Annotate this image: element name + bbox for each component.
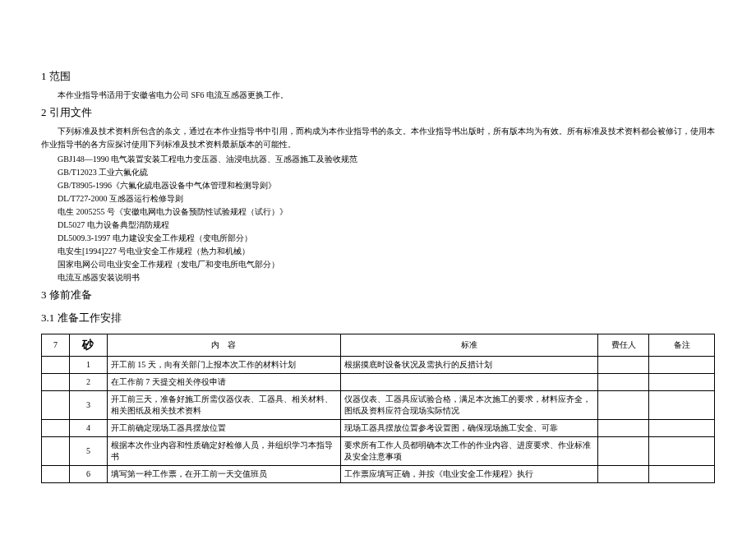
cell-no: 2 xyxy=(70,373,108,390)
cell-remark xyxy=(649,373,715,390)
reference-item: GB/T12023 工业六氟化硫 xyxy=(41,166,715,179)
cell-blank xyxy=(42,436,70,465)
col-header-content: 内 容 xyxy=(107,334,340,357)
section-2-title: 2 引用文件 xyxy=(41,105,715,120)
table-row: 3 开工前三天，准备好施工所需仪器仪表、工器具、相关材料、相关图纸及相关技术资料… xyxy=(42,390,715,419)
reference-item: DL5009.3-1997 电力建设安全工作规程（变电所部分） xyxy=(41,232,715,245)
reference-item: DL5027 电力设备典型消防规程 xyxy=(41,219,715,232)
cell-standard: 根据摸底时设备状况及需执行的反措计划 xyxy=(341,356,598,373)
cell-remark xyxy=(649,465,715,482)
cell-remark xyxy=(649,436,715,465)
cell-content: 开工前三天，准备好施工所需仪器仪表、工器具、相关材料、相关图纸及相关技术资料 xyxy=(107,390,340,419)
col-header-2: 砂 xyxy=(70,334,108,357)
cell-resp xyxy=(597,390,649,419)
cell-standard xyxy=(341,373,598,390)
cell-no: 3 xyxy=(70,390,108,419)
table-row: 2 在工作前 7 天提交相关停役申请 xyxy=(42,373,715,390)
table-row: 6 填写第一种工作票，在开工前一天交值班员 工作票应填写正确，并按《电业安全工作… xyxy=(42,465,715,482)
section-3-title: 3 修前准备 xyxy=(41,288,715,302)
cell-remark xyxy=(649,419,715,436)
cell-standard: 现场工器具摆放位置参考设置图，确保现场施工安全、可靠 xyxy=(341,419,598,436)
section-1-text: 本作业指导书适用于安徽省电力公司 SF6 电流互感器更换工作。 xyxy=(41,89,715,102)
cell-blank xyxy=(42,465,70,482)
cell-resp xyxy=(597,436,649,465)
section-1-title: 1 范围 xyxy=(41,69,715,84)
col-header-responsible: 费任人 xyxy=(597,334,649,357)
prep-table: 7 砂 内 容 标准 费任人 备注 1 开工前 15 天，向有关部门上报本次工作… xyxy=(41,334,715,483)
cell-resp xyxy=(597,373,649,390)
col-header-standard: 标准 xyxy=(341,334,598,357)
reference-item: 电安生[1994]227 号电业安全工作规程（热力和机械） xyxy=(41,245,715,258)
cell-blank xyxy=(42,390,70,419)
table-row: 4 开工前确定现场工器具摆放位置 现场工器具摆放位置参考设置图，确保现场施工安全… xyxy=(42,419,715,436)
cell-no: 5 xyxy=(70,436,108,465)
section-2-intro: 下列标准及技术资料所包含的条文，通过在本作业指导书中引用，而构成为本作业指导书的… xyxy=(41,125,715,151)
reference-item: GB/T8905-1996《六氟化硫电器设备中气体管理和检测导则》 xyxy=(41,179,715,192)
table-row: 1 开工前 15 天，向有关部门上报本次工作的材料计划 根据摸底时设备状况及需执… xyxy=(42,356,715,373)
cell-blank xyxy=(42,356,70,373)
col-header-remark: 备注 xyxy=(649,334,715,357)
cell-remark xyxy=(649,356,715,373)
table-header-row: 7 砂 内 容 标准 费任人 备注 xyxy=(42,334,715,357)
cell-resp xyxy=(597,465,649,482)
cell-no: 6 xyxy=(70,465,108,482)
cell-no: 4 xyxy=(70,419,108,436)
reference-item: GBJ148—1990 电气装置安装工程电力变压器、油浸电抗器、互感器施工及验收… xyxy=(41,153,715,166)
col-header-1: 7 xyxy=(42,334,70,357)
reference-item: DL/T727-2000 互感器运行检修导则 xyxy=(41,192,715,205)
table-row: 5 根据本次作业内容和性质确定好检修人员，并组织学习本指导书 要求所有工作人员都… xyxy=(42,436,715,465)
cell-content: 开工前确定现场工器具摆放位置 xyxy=(107,419,340,436)
reference-item: 电流互感器安装说明书 xyxy=(41,271,715,284)
section-3-1-title: 3.1 准备工作安排 xyxy=(41,311,715,325)
cell-blank xyxy=(42,419,70,436)
cell-content: 在工作前 7 天提交相关停役申请 xyxy=(107,373,340,390)
reference-item: 电生 2005255 号《安徽电网电力设备预防性试验规程（试行）》 xyxy=(41,205,715,219)
cell-standard: 要求所有工作人员都明确本次工作的作业内容、进度要求、作业标准及安全注意事项 xyxy=(341,436,598,465)
cell-content: 填写第一种工作票，在开工前一天交值班员 xyxy=(107,465,340,482)
reference-item: 国家电网公司电业安全工作规程（发电厂和变电所电气部分） xyxy=(41,258,715,271)
cell-resp xyxy=(597,356,649,373)
cell-resp xyxy=(597,419,649,436)
cell-content: 根据本次作业内容和性质确定好检修人员，并组织学习本指导书 xyxy=(107,436,340,465)
cell-remark xyxy=(649,390,715,419)
cell-standard: 仪器仪表、工器具应试验合格，满足本次施工的要求，材料应齐全，图纸及资料应符合现场… xyxy=(341,390,598,419)
cell-content: 开工前 15 天，向有关部门上报本次工作的材料计划 xyxy=(107,356,340,373)
cell-blank xyxy=(42,373,70,390)
cell-standard: 工作票应填写正确，并按《电业安全工作规程》执行 xyxy=(341,465,598,482)
cell-no: 1 xyxy=(70,356,108,373)
